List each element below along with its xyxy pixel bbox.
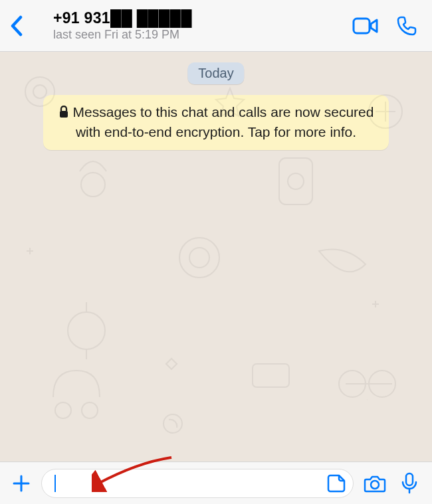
header-actions xyxy=(352,15,423,37)
back-button[interactable] xyxy=(9,15,36,37)
svg-point-17 xyxy=(371,481,379,489)
svg-point-7 xyxy=(179,238,219,278)
chat-body: Today Messages to this chat and calls ar… xyxy=(0,52,432,462)
svg-point-15 xyxy=(163,414,182,433)
video-call-button[interactable] xyxy=(352,16,379,36)
last-seen-text: last seen Fri at 5:19 PM xyxy=(53,28,352,42)
svg-point-12 xyxy=(369,371,395,397)
video-camera-icon xyxy=(352,16,379,36)
svg-point-2 xyxy=(33,85,47,98)
svg-point-14 xyxy=(82,402,98,418)
sticker-button[interactable] xyxy=(326,473,346,493)
message-input[interactable] xyxy=(56,476,326,490)
svg-rect-10 xyxy=(253,364,289,387)
encryption-notice-text: Messages to this chat and calls are now … xyxy=(73,104,374,139)
svg-rect-18 xyxy=(406,473,413,485)
date-badge: Today xyxy=(187,62,244,84)
chevron-left-icon xyxy=(9,15,23,37)
message-input-container[interactable] xyxy=(41,469,354,498)
input-bar xyxy=(0,462,432,504)
microphone-icon xyxy=(401,472,418,495)
encryption-notice[interactable]: Messages to this chat and calls are now … xyxy=(43,95,389,150)
svg-point-13 xyxy=(55,402,71,418)
attach-button[interactable] xyxy=(9,473,33,494)
camera-button[interactable] xyxy=(362,474,388,493)
svg-rect-0 xyxy=(354,19,370,33)
microphone-button[interactable] xyxy=(396,472,423,495)
sticker-icon xyxy=(326,473,346,493)
plus-icon xyxy=(11,473,32,494)
svg-rect-16 xyxy=(60,111,68,118)
contact-info[interactable]: +91 931██ █████ last seen Fri at 5:19 PM xyxy=(36,9,352,42)
svg-point-9 xyxy=(68,312,105,349)
svg-point-6 xyxy=(288,173,304,189)
lock-icon xyxy=(58,104,69,123)
svg-point-8 xyxy=(189,248,209,268)
svg-point-11 xyxy=(339,371,366,397)
svg-point-4 xyxy=(81,173,105,197)
contact-name: +91 931██ █████ xyxy=(53,9,352,27)
chat-header: +91 931██ █████ last seen Fri at 5:19 PM xyxy=(0,0,432,52)
camera-icon xyxy=(364,474,386,493)
voice-call-button[interactable] xyxy=(396,15,417,37)
svg-rect-5 xyxy=(279,158,312,205)
phone-icon xyxy=(396,15,417,37)
